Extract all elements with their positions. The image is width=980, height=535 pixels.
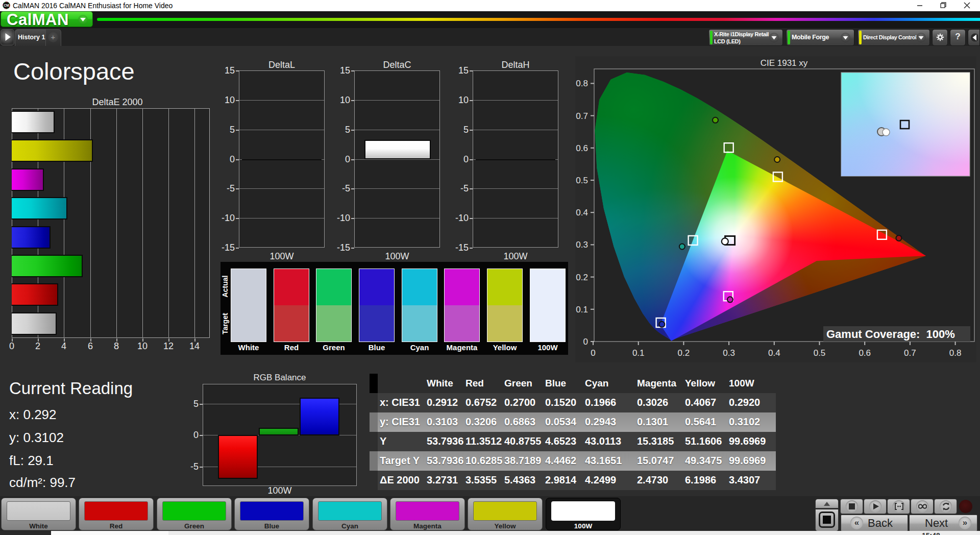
svg-text:Gamut Coverage: 100%: Gamut Coverage: 100% [826,328,955,341]
svg-text:0.6: 0.6 [576,143,588,153]
svg-text:CIE 1931 xy: CIE 1931 xy [761,58,808,68]
svg-text:CM: CM [4,4,9,7]
svg-text:0.3: 0.3 [723,348,735,358]
svg-text:0.2: 0.2 [576,273,588,282]
svg-text:0.4: 0.4 [768,348,780,358]
svg-text:0.7: 0.7 [576,111,588,121]
svg-text:0.3: 0.3 [576,240,588,250]
svg-text:0.8: 0.8 [576,79,588,88]
svg-text:0.5: 0.5 [814,348,826,358]
svg-text:0.4: 0.4 [576,208,588,217]
svg-text:0.5: 0.5 [576,176,588,185]
svg-text:0.6: 0.6 [859,348,871,358]
svg-text:0.1: 0.1 [632,348,645,358]
svg-text:0: 0 [591,348,595,358]
svg-text:0.2: 0.2 [678,348,690,358]
svg-text:0.7: 0.7 [904,348,916,358]
svg-text:0.8: 0.8 [949,348,962,358]
svg-text:0: 0 [583,337,588,347]
svg-text:0.1: 0.1 [576,305,588,314]
